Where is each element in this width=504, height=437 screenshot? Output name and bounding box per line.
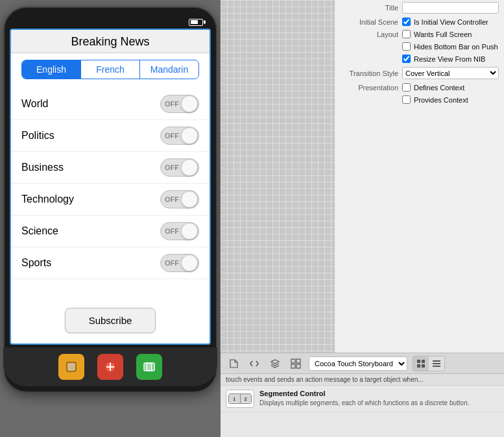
scroll-hint: touch events and sends an action message… (221, 374, 504, 386)
grid-view-btn[interactable] (413, 356, 429, 371)
toggle-text-5: OFF (165, 259, 179, 267)
topic-label: Sports (21, 257, 51, 269)
svg-rect-17 (433, 366, 440, 367)
toggle-knob-3 (181, 191, 198, 208)
svg-rect-11 (417, 360, 420, 363)
right-panel: Title Initial Scene Is Initial View Cont… (221, 0, 504, 437)
component-title: Segmented Control (259, 390, 499, 397)
view-toggle[interactable] (413, 356, 445, 371)
toggle-switch-3[interactable]: OFF (160, 190, 199, 208)
initial-scene-text: Is Initial View Controller (414, 18, 488, 26)
app-bottom-toolbar (3, 347, 217, 386)
resize-view-text: Resize View From NIB (414, 55, 485, 63)
provides-context-checkbox[interactable] (402, 95, 411, 104)
svg-rect-6 (147, 363, 154, 371)
hides-bottom-bar-checkbox[interactable] (402, 42, 411, 51)
file-icon[interactable] (226, 356, 241, 371)
presentation-defines-row: Presentation Defines Context (335, 81, 504, 94)
initial-scene-row: Initial Scene Is Initial View Controller (335, 16, 504, 28)
mini-seg-1: 1 (229, 394, 241, 403)
iphone-frame: Breaking News English French Mandarin Wo… (3, 6, 217, 393)
subscribe-button[interactable]: Subscribe (65, 308, 156, 333)
topic-row: Sports OFF (11, 247, 210, 279)
transition-style-label: Transition Style (340, 69, 398, 77)
component-thumbnail: 1 2 (226, 390, 254, 408)
toggle-knob-1 (181, 127, 198, 144)
segment-english[interactable]: English (22, 60, 81, 79)
svg-rect-16 (433, 363, 440, 364)
canvas-area: Title Initial Scene Is Initial View Cont… (221, 0, 504, 353)
red-toolbar-icon[interactable] (97, 354, 123, 380)
toggle-switch-1[interactable]: OFF (160, 127, 199, 145)
defines-context-checkbox[interactable] (402, 83, 411, 92)
topic-label: Business (21, 162, 64, 173)
wants-fullscreen-checkbox[interactable] (402, 30, 411, 38)
title-row: Title (335, 0, 504, 16)
grid-icon[interactable] (288, 356, 304, 371)
defines-context-text: Defines Context (414, 84, 464, 92)
mini-seg-2: 2 (241, 394, 252, 403)
layer-icon[interactable] (267, 356, 283, 371)
topic-label: Politics (21, 130, 54, 142)
toggle-switch-4[interactable]: OFF (160, 222, 199, 240)
mini-segment-thumb: 1 2 (228, 393, 252, 404)
toggle-switch-5[interactable]: OFF (160, 254, 199, 272)
transition-style-row: Transition Style Cover Vertical (335, 65, 504, 81)
toggle-text-2: OFF (165, 164, 179, 171)
yellow-toolbar-icon[interactable] (58, 354, 84, 380)
segment-french[interactable]: French (81, 60, 140, 79)
toggle-text-0: OFF (165, 100, 179, 108)
battery-icon (189, 19, 203, 26)
layout-wants-fullscreen-row: Layout Wants Full Screen (335, 28, 504, 40)
file-type-select[interactable]: Cocoa Touch Storyboard (309, 356, 407, 371)
toggle-knob-0 (181, 95, 198, 112)
topic-label: Technology (21, 194, 74, 205)
title-label: Title (340, 4, 398, 12)
svg-rect-7 (291, 359, 295, 363)
segment-control[interactable]: English French Mandarin (21, 60, 199, 79)
toggle-knob-2 (181, 159, 198, 176)
transition-style-select[interactable]: Cover Vertical (402, 67, 499, 79)
bottom-toolbar-bar: Cocoa Touch Storyboard (221, 353, 504, 374)
topic-row: World OFF (11, 88, 210, 120)
topic-row: Politics OFF (11, 120, 210, 152)
topic-label: World (21, 98, 49, 110)
code-icon[interactable] (246, 356, 262, 371)
svg-rect-10 (296, 364, 300, 368)
presentation-label: Presentation (340, 84, 398, 92)
layout-label: Layout (340, 31, 398, 38)
svg-rect-14 (422, 364, 425, 368)
resize-view-checkbox[interactable] (402, 55, 411, 63)
topic-label: Science (21, 225, 58, 237)
svg-rect-9 (291, 364, 295, 368)
svg-rect-12 (422, 360, 425, 363)
app-title: Breaking News (11, 30, 210, 53)
topic-row: Technology OFF (11, 184, 210, 216)
initial-scene-label: Initial Scene (340, 18, 398, 26)
green-toolbar-icon[interactable] (136, 354, 162, 380)
svg-rect-4 (110, 363, 111, 371)
component-item: 1 2 Segmented Control Displays multiple … (221, 386, 504, 412)
ios-simulator: Breaking News English French Mandarin Wo… (0, 0, 221, 437)
toggle-switch-2[interactable]: OFF (160, 158, 199, 177)
segment-mandarin[interactable]: Mandarin (140, 60, 198, 79)
inspector-panel: Title Initial Scene Is Initial View Cont… (334, 0, 504, 353)
toggle-switch-0[interactable]: OFF (160, 95, 199, 113)
toggle-knob-4 (181, 223, 198, 240)
toggle-knob-5 (181, 255, 198, 271)
list-view-btn[interactable] (429, 356, 444, 371)
bottom-section: Cocoa Touch Storyboard (221, 353, 504, 437)
title-input[interactable] (402, 2, 499, 14)
initial-scene-checkbox[interactable] (402, 18, 411, 26)
toggle-text-3: OFF (165, 195, 179, 203)
wants-fullscreen-text: Wants Full Screen (414, 31, 472, 38)
svg-rect-1 (67, 363, 75, 371)
iphone-screen: Breaking News English French Mandarin Wo… (10, 29, 211, 345)
status-bar (10, 16, 211, 29)
topic-row: Science OFF (11, 216, 210, 247)
toggle-text-1: OFF (165, 132, 179, 140)
svg-rect-8 (296, 359, 300, 363)
component-description: Displays multiple segments, each of whic… (259, 399, 499, 407)
topic-list: World OFF Politics OFF Business OFF Tech… (11, 86, 210, 297)
resize-view-row: Resize View From NIB (335, 53, 504, 65)
